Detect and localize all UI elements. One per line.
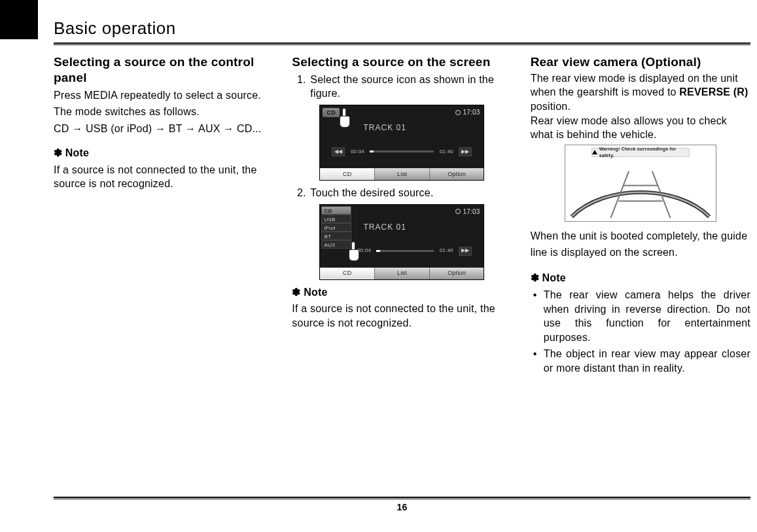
tab-cd: CD	[320, 168, 375, 180]
bottom-tabs: CD List Option	[320, 168, 484, 180]
tab-list: List	[375, 268, 430, 279]
time-total: 01:40	[438, 149, 455, 156]
figure-source-icon: CD 17:03 TRACK 01 ◀◀ 00:04 01:40 ▶▶ CD L…	[319, 105, 484, 181]
figure-rear-camera: Warning! Check surroundings for safety.	[565, 145, 716, 222]
col3-bullet-2: The object in rear view may appear close…	[531, 347, 750, 375]
reverse-label: REVERSE (R)	[679, 86, 748, 98]
column-layout: Selecting a source on the control panel …	[54, 54, 750, 378]
clock: 17:03	[455, 108, 480, 117]
seq-item: AUX	[198, 123, 220, 134]
col2-steps-cont: Touch the desired source.	[292, 186, 512, 200]
clock-icon	[455, 209, 461, 214]
col1-note-body: If a source is not connected to the unit…	[54, 163, 273, 191]
column-1: Selecting a source on the control panel …	[54, 54, 273, 378]
column-2: Selecting a source on the screen Select …	[292, 54, 512, 378]
touch-hand-icon	[345, 241, 362, 261]
figure-source-list: 17:03 TRACK 01 00:04 01:40 ▶▶ CD List Op…	[319, 204, 484, 280]
tab-option: Option	[430, 268, 484, 279]
arrow-icon: →	[72, 123, 86, 134]
time-total: 01:40	[438, 247, 455, 255]
progress-row: ◀◀ 00:04 01:40 ▶▶	[332, 147, 472, 156]
rule-top-thick	[54, 43, 750, 44]
col3-para-block: The rear view mode is displayed on the u…	[531, 71, 750, 142]
col3-bullet-1: The rear view camera helps the driver wh…	[531, 288, 750, 344]
source-item-usb: USB	[321, 215, 351, 223]
rule-bottom-thin	[54, 499, 750, 499]
footer: 16	[54, 497, 750, 512]
rule-bottom-thick	[54, 497, 750, 498]
note-symbol: ✽ Note	[531, 272, 566, 283]
arrow-icon: →	[223, 123, 237, 134]
col3-note-label: ✽ Note	[531, 271, 750, 285]
text-run: position.	[531, 101, 571, 112]
col2-step2: Touch the desired source.	[309, 186, 512, 200]
source-item-bt: BT	[321, 232, 351, 240]
col2-note-body: If a source is not connected to the unit…	[292, 302, 512, 330]
page-content: Basic operation Selecting a source on th…	[54, 18, 750, 512]
seq-item: CD...	[237, 123, 261, 134]
track-title: TRACK 01	[363, 222, 406, 232]
col3-heading: Rear view camera (Optional)	[531, 54, 750, 70]
col3-p1: The rear view mode is displayed on the u…	[531, 71, 750, 114]
seq-item: BT	[169, 123, 183, 134]
col3-p3: When the unit is booted completely, the …	[531, 228, 750, 261]
chapter-title: Basic operation	[54, 18, 750, 39]
rear-guidelines-svg	[565, 145, 716, 222]
page-number: 16	[54, 502, 750, 512]
note-symbol: ✽ Note	[292, 287, 327, 298]
col3-p2: Rear view mode also allows you to check …	[531, 114, 750, 142]
col1-p2: The mode switches as follows.	[54, 105, 273, 119]
clock: 17:03	[455, 207, 480, 217]
rule-top-thin	[54, 44, 750, 45]
col2-heading: Selecting a source on the screen	[292, 54, 512, 70]
column-3: Rear view camera (Optional) The rear vie…	[531, 54, 750, 378]
clock-time: 17:03	[463, 108, 480, 117]
col2-note-label: ✽ Note	[292, 285, 512, 300]
progress-bar	[376, 250, 434, 252]
col1-sequence: CD → USB (or iPod) → BT → AUX → CD...	[54, 122, 273, 136]
bottom-tabs: CD List Option	[320, 268, 484, 279]
tab-list: List	[375, 168, 430, 180]
note-symbol: ✽ Note	[54, 147, 89, 158]
tab-option: Option	[430, 168, 484, 180]
col1-p1: Press MEDIA repeatedly to select a sourc…	[54, 88, 273, 103]
col2-step1: Select the source icon as shown in the f…	[309, 73, 512, 101]
touch-hand-icon	[336, 108, 353, 128]
progress-bar	[370, 151, 434, 152]
source-item-cd: CD	[321, 206, 351, 215]
clock-icon	[455, 110, 461, 115]
seq-item: USB (or iPod)	[86, 123, 152, 134]
col1-note-label: ✽ Note	[54, 146, 273, 160]
next-button: ▶▶	[459, 147, 472, 156]
col3-note-bullets: The rear view camera helps the driver wh…	[531, 288, 750, 376]
source-item-ipod: iPod	[321, 223, 351, 232]
clock-time: 17:03	[463, 207, 480, 217]
col1-heading: Selecting a source on the control panel	[54, 54, 273, 86]
progress-row: 00:04 01:40 ▶▶	[355, 247, 472, 256]
time-elapsed: 00:04	[349, 149, 366, 156]
seq-start: CD	[54, 123, 72, 134]
prev-button: ◀◀	[332, 147, 345, 156]
tab-cd: CD	[320, 268, 375, 279]
col2-steps: Select the source icon as shown in the f…	[292, 73, 512, 101]
arrow-icon: →	[155, 123, 169, 134]
track-title: TRACK 01	[363, 122, 406, 133]
next-button: ▶▶	[459, 247, 472, 256]
arrow-icon: →	[185, 123, 198, 134]
page-tab-marker	[0, 0, 38, 39]
